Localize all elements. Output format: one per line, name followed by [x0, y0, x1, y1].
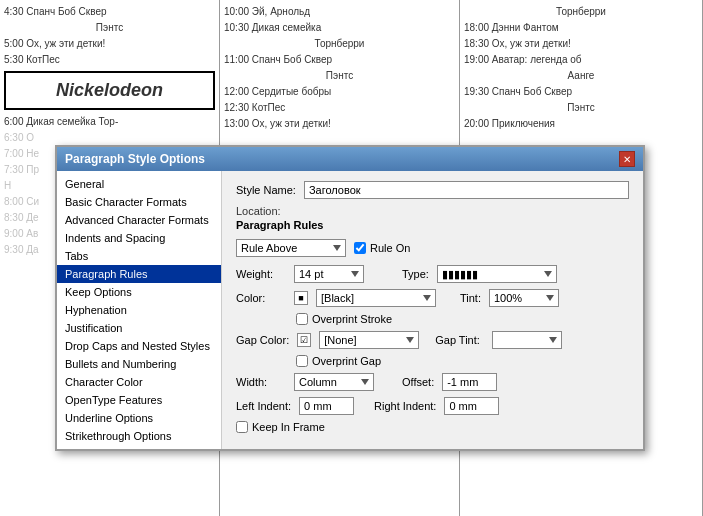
category-keep-options[interactable]: Keep Options — [57, 283, 221, 301]
schedule-entry: 11:00 Спанч Боб Сквер — [224, 52, 455, 67]
location-label: Location: — [236, 205, 281, 217]
schedule-entry: 4:30 Спанч Боб Сквер — [4, 4, 215, 19]
gap-row: Gap Color: ☑ [None] [Black] Gap Tint: 10… — [236, 331, 629, 349]
weight-dropdown[interactable]: 14 pt 0.5 pt 1 pt 2 pt — [294, 265, 364, 283]
schedule-entry: 6:00 Дикая семейка Тор- — [4, 114, 215, 129]
width-offset-row: Width: Column Text Page Offset: — [236, 373, 629, 391]
category-indents-spacing[interactable]: Indents and Spacing — [57, 229, 221, 247]
schedule-entry: 6:30 О — [4, 130, 215, 145]
style-name-row: Style Name: — [236, 181, 629, 199]
schedule-entry: 19:00 Аватар: легенда об — [464, 52, 698, 67]
rule-on-checkbox[interactable] — [354, 242, 366, 254]
category-general[interactable]: General — [57, 175, 221, 193]
category-char-color[interactable]: Character Color — [57, 373, 221, 391]
type-dropdown[interactable]: ▮▮▮▮▮▮ - - - - - — [437, 265, 557, 283]
gap-tint-label: Gap Tint: — [435, 334, 480, 346]
options-panel: Style Name: Location: Paragraph Rules Ru… — [222, 171, 643, 449]
schedule-entry: Пэнтс — [4, 20, 215, 35]
keep-in-frame-row: Keep In Frame — [236, 421, 629, 433]
color-tint-row: Color: ■ [Black] [None] [Paper] Tint: 10… — [236, 289, 629, 307]
schedule-entry: Торнберри — [224, 36, 455, 51]
category-bullets[interactable]: Bullets and Numbering — [57, 355, 221, 373]
left-indent-label: Left Indent: — [236, 400, 291, 412]
weight-type-row: Weight: 14 pt 0.5 pt 1 pt 2 pt Type: ▮▮▮… — [236, 265, 629, 283]
schedule-entry: 12:30 КотПес — [224, 100, 455, 115]
width-label: Width: — [236, 376, 286, 388]
schedule-entry: 5:00 Ох, уж эти детки! — [4, 36, 215, 51]
category-basic-char[interactable]: Basic Character Formats — [57, 193, 221, 211]
schedule-entry: Пэнтс — [464, 100, 698, 115]
color-swatch-icon: ■ — [294, 291, 308, 305]
dialog-titlebar: Paragraph Style Options ✕ — [57, 147, 643, 171]
schedule-entry: 5:30 КотПес — [4, 52, 215, 67]
rule-on-label: Rule On — [370, 242, 410, 254]
categories-panel: General Basic Character Formats Advanced… — [57, 171, 222, 449]
gap-color-icon: ☑ — [297, 333, 311, 347]
schedule-entry: 18:00 Дэнни Фантом — [464, 20, 698, 35]
schedule-entry: Пэнтс — [224, 68, 455, 83]
keep-in-frame-checkbox[interactable] — [236, 421, 248, 433]
left-indent-input[interactable] — [299, 397, 354, 415]
category-justification[interactable]: Justification — [57, 319, 221, 337]
category-advanced-char[interactable]: Advanced Character Formats — [57, 211, 221, 229]
schedule-entry: 12:00 Сердитые бобры — [224, 84, 455, 99]
right-indent-input[interactable] — [444, 397, 499, 415]
overprint-stroke-row: Overprint Stroke — [236, 313, 629, 325]
indent-row: Left Indent: Right Indent: — [236, 397, 629, 415]
keep-in-frame-label: Keep In Frame — [252, 421, 325, 433]
rule-above-dropdown[interactable]: Rule Above Rule Below — [236, 239, 346, 257]
gap-color-label: Gap Color: — [236, 334, 289, 346]
rule-on-checkbox-label: Rule On — [354, 242, 410, 254]
style-name-label: Style Name: — [236, 184, 296, 196]
close-button[interactable]: ✕ — [619, 151, 635, 167]
offset-label: Offset: — [402, 376, 434, 388]
overprint-gap-checkbox[interactable] — [296, 355, 308, 367]
schedule-entry: 13:00 Ох, уж эти детки! — [224, 116, 455, 131]
overprint-stroke-label: Overprint Stroke — [296, 313, 629, 325]
category-strikethrough[interactable]: Strikethrough Options — [57, 427, 221, 445]
schedule-entry: 18:30 Ох, уж эти детки! — [464, 36, 698, 51]
paragraph-style-options-dialog: Paragraph Style Options ✕ General Basic … — [55, 145, 645, 451]
rule-above-row: Rule Above Rule Below Rule On — [236, 239, 629, 257]
overprint-stroke-text: Overprint Stroke — [312, 313, 392, 325]
paragraph-rules-section-label: Paragraph Rules — [236, 219, 629, 231]
color-label: Color: — [236, 292, 286, 304]
schedule-entry: 10:30 Дикая семейка — [224, 20, 455, 35]
tint-label: Tint: — [460, 292, 481, 304]
overprint-gap-row: Overprint Gap — [236, 355, 629, 367]
schedule-entry: 10:00 Эй, Арнольд — [224, 4, 455, 19]
dialog-body: General Basic Character Formats Advanced… — [57, 171, 643, 449]
overprint-stroke-checkbox[interactable] — [296, 313, 308, 325]
type-label: Type: — [402, 268, 429, 280]
location-row: Location: — [236, 205, 629, 217]
nickelodeon-banner: Nickelodeon — [4, 71, 215, 110]
category-hyphenation[interactable]: Hyphenation — [57, 301, 221, 319]
overprint-gap-text: Overprint Gap — [312, 355, 381, 367]
schedule-entry: Аанге — [464, 68, 698, 83]
offset-input[interactable] — [442, 373, 497, 391]
tint-dropdown[interactable]: 100% 75% 50% — [489, 289, 559, 307]
right-indent-label: Right Indent: — [374, 400, 436, 412]
category-underline[interactable]: Underline Options — [57, 409, 221, 427]
color-dropdown[interactable]: [Black] [None] [Paper] — [316, 289, 436, 307]
schedule-entry: 19:30 Спанч Боб Сквер — [464, 84, 698, 99]
overprint-gap-label: Overprint Gap — [296, 355, 629, 367]
schedule-entry: 20:00 Приключения — [464, 116, 698, 131]
gap-tint-dropdown[interactable]: 100% — [492, 331, 562, 349]
category-tabs[interactable]: Tabs — [57, 247, 221, 265]
style-name-input[interactable] — [304, 181, 629, 199]
category-paragraph-rules[interactable]: Paragraph Rules — [57, 265, 221, 283]
gap-color-dropdown[interactable]: [None] [Black] — [319, 331, 419, 349]
category-opentype[interactable]: OpenType Features — [57, 391, 221, 409]
schedule-entry: Торнберри — [464, 4, 698, 19]
width-dropdown[interactable]: Column Text Page — [294, 373, 374, 391]
category-drop-caps[interactable]: Drop Caps and Nested Styles — [57, 337, 221, 355]
dialog-title: Paragraph Style Options — [65, 152, 205, 166]
weight-label: Weight: — [236, 268, 286, 280]
